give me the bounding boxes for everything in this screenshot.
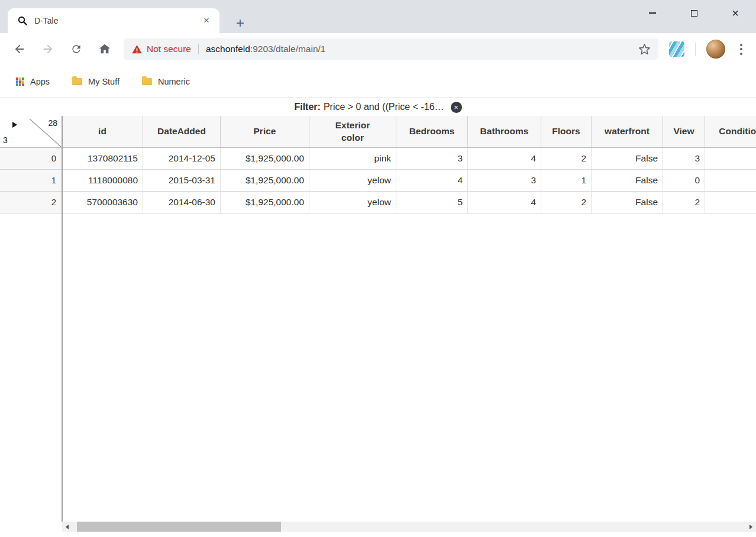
minimize-icon	[649, 12, 656, 14]
data-cell[interactable]: yelow	[309, 192, 396, 213]
scroll-right-icon	[749, 525, 752, 529]
window-controls: ×	[632, 0, 756, 26]
data-cell[interactable]: 2	[663, 192, 705, 213]
data-cell[interactable]: 1	[541, 170, 592, 192]
bookmarks-bar: Apps My Stuff Numeric	[0, 65, 756, 98]
row-index: 0	[0, 148, 62, 170]
column-header-bathrooms[interactable]: Bathrooms	[468, 116, 541, 148]
data-cell[interactable]: 2	[541, 192, 592, 213]
table-row: 111180000802015-03-31$1,925,000.00yelow4…	[0, 170, 756, 192]
scroll-left-icon	[66, 525, 69, 529]
window-close-button[interactable]: ×	[715, 0, 756, 26]
data-cell[interactable]: pink	[309, 148, 396, 170]
data-cell[interactable]: yelow	[309, 170, 396, 192]
row-index: 2	[0, 192, 62, 213]
profile-avatar[interactable]	[706, 40, 725, 59]
scroll-right-button[interactable]	[746, 522, 756, 532]
back-button[interactable]	[5, 36, 34, 62]
data-cell[interactable]: 3	[468, 170, 541, 192]
window-minimize-button[interactable]	[632, 0, 673, 26]
data-cell[interactable]: 4	[468, 192, 541, 213]
bookmark-label: Apps	[30, 77, 50, 86]
address-bar[interactable]: Not secure aschonfeld:9203/dtale/main/1	[124, 38, 658, 60]
extension-icon[interactable]	[669, 41, 684, 57]
tab-strip: D-Tale × + ×	[0, 0, 756, 33]
data-cell[interactable]: 2	[541, 148, 592, 170]
close-icon: ×	[732, 7, 739, 19]
data-cell[interactable]: False	[592, 148, 663, 170]
bookmark-item-numeric[interactable]: Numeric	[142, 77, 190, 86]
data-cell[interactable]	[705, 170, 756, 192]
browser-toolbar: Not secure aschonfeld:9203/dtale/main/1	[0, 33, 756, 65]
filter-clear-button[interactable]: ×	[451, 102, 462, 113]
grid-corner-cell: 283	[0, 116, 62, 148]
home-button[interactable]	[91, 36, 119, 62]
data-cell[interactable]: 4	[468, 148, 541, 170]
filter-label: Filter:	[294, 102, 320, 112]
bookmark-apps[interactable]: Apps	[16, 77, 50, 86]
scroll-left-button[interactable]	[62, 522, 72, 532]
column-header-exterior-color[interactable]: Exterior color	[309, 116, 396, 148]
tab-close-icon[interactable]: ×	[201, 15, 212, 27]
data-grid: 283idDateAddedPriceExterior colorBedroom…	[0, 116, 756, 213]
data-cell[interactable]	[705, 192, 756, 213]
reload-icon	[70, 43, 82, 55]
data-cell[interactable]: $1,925,000.00	[221, 148, 309, 170]
data-cell[interactable]: $1,925,000.00	[221, 170, 309, 192]
bookmark-label: My Stuff	[88, 77, 119, 86]
bookmark-item-my-stuff[interactable]: My Stuff	[72, 77, 119, 86]
not-secure-label: Not secure	[147, 44, 191, 54]
forward-icon	[41, 43, 54, 56]
dtale-favicon-icon	[17, 15, 28, 26]
horizontal-scrollbar[interactable]	[62, 522, 756, 532]
tab-title: D-Tale	[34, 16, 194, 25]
table-row: 257000036302014-06-30$1,925,000.00yelow5…	[0, 192, 756, 213]
data-cell[interactable]: 2014-12-05	[143, 148, 221, 170]
reload-button[interactable]	[62, 36, 91, 62]
data-cell[interactable]: 1118000080	[62, 170, 143, 192]
corner-diagonal-divider	[0, 116, 62, 147]
bookmark-star-button[interactable]	[636, 41, 652, 57]
security-chip[interactable]: Not secure	[132, 44, 191, 54]
column-header-price[interactable]: Price	[221, 116, 309, 148]
toolbar-divider	[695, 43, 696, 56]
column-header-floors[interactable]: Floors	[541, 116, 592, 148]
data-cell[interactable]: False	[592, 192, 663, 213]
url-divider	[198, 44, 199, 54]
data-cell[interactable]: 5	[396, 192, 468, 213]
data-cell[interactable]: 2014-06-30	[143, 192, 221, 213]
data-cell[interactable]: 5700003630	[62, 192, 143, 213]
browser-window: D-Tale × + × Not secure asch	[0, 0, 756, 213]
bookmark-label: Numeric	[158, 77, 190, 86]
window-maximize-button[interactable]	[673, 0, 715, 26]
url-path: :9203/dtale/main/1	[250, 44, 326, 54]
data-cell[interactable]: $1,925,000.00	[221, 192, 309, 213]
filter-bar: Filter: Price > 0 and ((Price < -16… ×	[0, 98, 756, 116]
column-header-dateadded[interactable]: DateAdded	[143, 116, 221, 148]
data-cell[interactable]	[705, 148, 756, 170]
not-secure-warning-icon	[132, 45, 142, 54]
url-host: aschonfeld	[206, 44, 250, 54]
scrollbar-thumb[interactable]	[77, 522, 281, 532]
maximize-icon	[691, 10, 697, 17]
apps-grid-icon	[16, 77, 24, 86]
forward-button[interactable]	[34, 36, 62, 62]
dtale-app: Filter: Price > 0 and ((Price < -16… × 2…	[0, 98, 756, 213]
data-cell[interactable]: 2015-03-31	[143, 170, 221, 192]
column-header-id[interactable]: id	[62, 116, 143, 148]
column-header-view[interactable]: View	[663, 116, 705, 148]
browser-tab[interactable]: D-Tale ×	[8, 8, 219, 33]
column-header-waterfront[interactable]: waterfront	[592, 116, 663, 148]
data-cell[interactable]: 3	[396, 148, 468, 170]
table-row: 013708021152014-12-05$1,925,000.00pink34…	[0, 148, 756, 170]
data-cell[interactable]: 4	[396, 170, 468, 192]
column-header-condition[interactable]: Condition	[705, 116, 756, 148]
column-header-bedrooms[interactable]: Bedrooms	[396, 116, 468, 148]
data-cell[interactable]: 3	[663, 148, 705, 170]
new-tab-button[interactable]: +	[231, 14, 249, 32]
data-cell[interactable]: False	[592, 170, 663, 192]
data-cell[interactable]: 1370802115	[62, 148, 143, 170]
data-cell[interactable]: 0	[663, 170, 705, 192]
browser-menu-button[interactable]	[734, 39, 749, 59]
folder-icon	[72, 78, 82, 85]
